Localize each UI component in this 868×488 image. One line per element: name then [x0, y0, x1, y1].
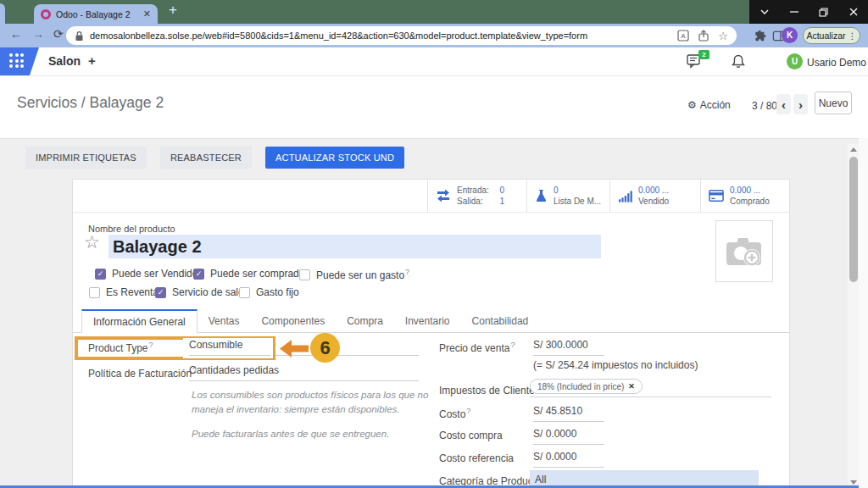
salon-service-checkbox[interactable]: ✓: [155, 287, 166, 298]
tab-general-information[interactable]: Información General: [81, 309, 198, 333]
stat-out-label: Salida:: [457, 196, 483, 207]
resale-label: Es Reventa: [106, 286, 159, 298]
user-avatar[interactable]: U: [787, 53, 803, 69]
restore-icon[interactable]: [809, 0, 838, 24]
new-button[interactable]: Nuevo: [815, 92, 852, 114]
close-window-icon[interactable]: [838, 0, 868, 24]
browser-tab[interactable]: Odoo - Balayage 2 ✕: [34, 4, 158, 24]
tab-sales[interactable]: Ventas: [198, 309, 251, 333]
stat-purchased-button[interactable]: 0.000 ... Comprado: [700, 180, 789, 212]
sale-price-label: Precio de venta?: [439, 341, 515, 354]
reload-icon[interactable]: ⟳: [53, 27, 64, 41]
customer-tax-label: Impuestos de Cliente?: [439, 383, 540, 396]
action-menu-button[interactable]: ⚙ Acción: [687, 99, 731, 111]
sale-price-input[interactable]: S/ 300.0000: [533, 339, 604, 356]
tab-components[interactable]: Componentes: [250, 309, 336, 333]
stat-in-value: 0: [499, 185, 504, 196]
can-be-expense-label: Puede ser un gasto?: [316, 268, 409, 281]
stat-purchased-value: 0.000 ...: [730, 185, 770, 196]
help-paragraph-2: Puede facturarlas antes de que se entreg…: [192, 427, 436, 441]
fixed-expense-label: Gasto fijo: [256, 286, 299, 298]
scrollbar[interactable]: [848, 144, 859, 488]
pager: ‹ ›: [776, 94, 808, 114]
extensions-icon[interactable]: [754, 30, 766, 42]
stat-bom-button[interactable]: 0 Lista De M...: [526, 180, 609, 212]
update-browser-label: Actualizar: [806, 30, 845, 41]
customer-tax-underline: [530, 396, 771, 397]
flask-icon: [535, 188, 548, 203]
pager-next-button[interactable]: ›: [793, 94, 808, 114]
exchange-icon: [436, 188, 451, 203]
fixed-expense-checkbox[interactable]: [239, 287, 250, 298]
stat-in-out-button[interactable]: Entrada:0 Salida:1: [427, 180, 526, 212]
annotation-arrow-icon: [280, 340, 309, 361]
window-menu-icon[interactable]: [749, 0, 779, 24]
window-controls: [749, 0, 868, 24]
browser-profile-avatar[interactable]: K: [782, 27, 798, 43]
favorite-star-icon[interactable]: ☆: [84, 232, 100, 252]
breadcrumb[interactable]: Servicios / Balayage 2: [17, 94, 164, 112]
lock-icon[interactable]: [75, 30, 84, 42]
notebook-tabs: Información General Ventas Componentes C…: [81, 309, 539, 333]
form-sheet: Entrada:0 Salida:1 0 Lista De M... 0.000…: [72, 179, 790, 488]
add-menu-button[interactable]: +: [88, 53, 96, 68]
stat-sold-button[interactable]: 0.000 ... Vendido: [609, 180, 700, 212]
purchase-cost-input[interactable]: S/ 0.0000: [533, 428, 604, 445]
new-tab-button[interactable]: +: [169, 2, 177, 19]
scroll-down-icon[interactable]: [850, 480, 857, 485]
apps-grid-icon[interactable]: [9, 53, 24, 68]
url-text[interactable]: demosalonbelleza.solse.pe/web#id=5800&ci…: [90, 30, 669, 41]
tab-accounting[interactable]: Contabilidad: [461, 309, 540, 333]
stat-purchased-label: Comprado: [730, 196, 770, 207]
print-labels-button[interactable]: IMPRIMIR ETIQUETAS: [25, 147, 147, 169]
bookmark-star-icon[interactable]: ☆: [718, 30, 728, 42]
can-be-purchased-checkbox[interactable]: ✓: [193, 269, 204, 280]
invoice-policy-label: Política de Facturación?: [88, 366, 197, 380]
product-name-input[interactable]: Balayage 2: [108, 235, 601, 258]
user-name[interactable]: Usario Demo: [807, 57, 866, 69]
minimize-icon[interactable]: [779, 0, 809, 24]
browser-tab-bar: Odoo - Balayage 2 ✕ +: [0, 0, 868, 24]
tab-close-icon[interactable]: ✕: [143, 8, 151, 19]
pager-prev-button[interactable]: ‹: [776, 94, 791, 114]
credit-card-icon: [709, 189, 724, 202]
stat-bom-value: 0: [554, 185, 601, 196]
share-icon[interactable]: [698, 30, 709, 42]
can-be-sold-checkbox[interactable]: ✓: [95, 269, 106, 280]
scroll-up-icon[interactable]: [850, 147, 857, 152]
kebab-menu-icon: ⋮: [849, 31, 857, 41]
url-bar[interactable]: demosalonbelleza.solse.pe/web#id=5800&ci…: [66, 26, 737, 45]
tab-inventory[interactable]: Inventario: [394, 309, 461, 333]
can-be-expense-checkbox[interactable]: [299, 269, 310, 280]
consumable-help-text: Los consumibles son productos físicos pa…: [192, 388, 436, 451]
can-be-purchased-label: Puede ser comprado: [210, 268, 304, 280]
forward-icon[interactable]: →: [32, 27, 44, 41]
messages-button[interactable]: 2: [687, 53, 705, 70]
invoice-policy-input[interactable]: Cantidades pedidas: [189, 364, 419, 381]
replenish-button[interactable]: REABASTECER: [160, 147, 252, 169]
ref-cost-input[interactable]: S/ 0.0000: [533, 451, 604, 468]
tax-tag-label: 18% (Included in price): [537, 382, 624, 391]
tab-purchase[interactable]: Compra: [336, 309, 394, 333]
back-icon[interactable]: ←: [10, 27, 22, 41]
control-panel: Servicios / Balayage 2 ⚙ Acción 3 / 80 ‹…: [0, 76, 868, 138]
pager-count: 3 / 80: [752, 100, 777, 112]
product-image-placeholder[interactable]: [715, 220, 773, 282]
translate-icon[interactable]: A: [677, 30, 689, 42]
customer-tax-tag[interactable]: 18% (Included in price) ✕: [530, 379, 643, 394]
product-name-label: Nombre del producto: [88, 224, 175, 234]
cost-input[interactable]: S/ 45.8510: [533, 405, 604, 422]
update-browser-button[interactable]: Actualizar ⋮: [803, 27, 860, 44]
stat-sold-value: 0.000 ...: [638, 185, 669, 196]
action-buttons-row: IMPRIMIR ETIQUETAS REABASTECER ACTUALIZA…: [25, 147, 404, 169]
notifications-button[interactable]: [731, 53, 746, 73]
odoo-navbar: Salon + 2 U Usario Demo: [0, 47, 868, 76]
app-name[interactable]: Salon: [48, 54, 81, 68]
update-stock-button[interactable]: ACTUALIZAR STOCK UND: [265, 147, 404, 169]
bar-chart-icon: [618, 189, 632, 203]
scrollbar-thumb[interactable]: [849, 157, 858, 282]
checkbox-item-can-be-purchased: ✓ Puede ser comprado: [193, 268, 304, 280]
ref-cost-label: Costo referencia: [439, 452, 514, 464]
tax-tag-remove-icon[interactable]: ✕: [628, 382, 635, 391]
resale-checkbox[interactable]: [89, 287, 100, 298]
